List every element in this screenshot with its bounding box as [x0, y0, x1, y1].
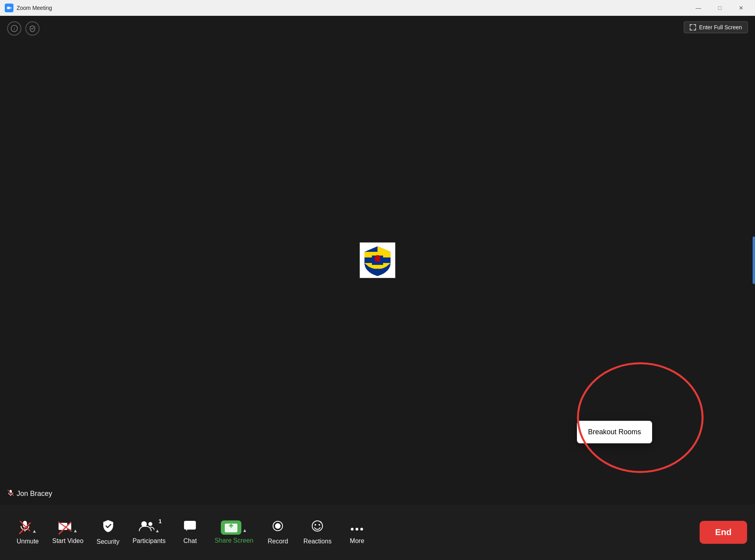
start-video-button[interactable]: ▲ Start Video — [47, 516, 88, 549]
end-button[interactable]: End — [700, 521, 747, 544]
svg-point-30 — [360, 528, 363, 530]
reactions-button[interactable]: + Reactions — [298, 516, 337, 549]
maximize-button[interactable]: □ — [711, 2, 729, 14]
scroll-indicator — [753, 236, 755, 284]
share-screen-button[interactable]: ▲ Share Screen — [210, 516, 258, 548]
video-area: i Enter Full Screen — [0, 16, 755, 505]
zoom-logo — [5, 4, 13, 12]
svg-point-8 — [368, 265, 370, 267]
more-icon — [350, 520, 364, 535]
participants-label: Participants — [133, 537, 166, 545]
svg-point-6 — [368, 253, 370, 255]
breakout-rooms-popup[interactable]: Breakout Rooms — [577, 421, 652, 443]
unmute-label: Unmute — [17, 538, 39, 545]
chat-button[interactable]: Chat — [170, 516, 210, 549]
svg-point-25 — [315, 524, 316, 526]
toolbar-items: ▲ Unmute ▲ Start Video — [8, 515, 700, 549]
mic-icon — [19, 520, 31, 535]
svg-text:i: i — [13, 26, 15, 31]
security-icon — [102, 519, 114, 536]
video-icon — [58, 520, 72, 535]
video-chevron[interactable]: ▲ — [73, 528, 78, 534]
svg-point-29 — [356, 528, 359, 530]
record-button[interactable]: Record — [258, 516, 298, 549]
share-screen-chevron[interactable]: ▲ — [242, 528, 247, 533]
breakout-rooms-label: Breakout Rooms — [588, 428, 641, 436]
svg-point-28 — [351, 528, 354, 530]
fullscreen-label: Enter Full Screen — [699, 24, 742, 30]
participants-chevron[interactable]: ▲ — [155, 528, 160, 534]
close-button[interactable]: ✕ — [732, 2, 750, 14]
svg-rect-20 — [184, 521, 196, 530]
participant-name: Jon Bracey — [17, 490, 52, 498]
annotation-circle — [577, 362, 704, 473]
info-icon[interactable]: i — [7, 21, 21, 36]
svg-text:+: + — [320, 520, 322, 524]
security-button[interactable]: Security — [88, 515, 128, 549]
chat-label: Chat — [184, 537, 197, 545]
shield-icon[interactable] — [25, 21, 40, 36]
share-screen-icon-bg — [221, 520, 241, 535]
svg-point-23 — [275, 523, 281, 529]
chat-icon — [183, 520, 197, 535]
window-title: Zoom Meeting — [17, 5, 52, 11]
unmute-chevron[interactable]: ▲ — [32, 528, 37, 534]
svg-point-19 — [148, 522, 152, 526]
fullscreen-button[interactable]: Enter Full Screen — [684, 21, 748, 33]
start-video-label: Start Video — [52, 537, 83, 545]
reactions-icon: + — [311, 520, 324, 535]
svg-rect-16 — [59, 523, 67, 530]
more-button[interactable]: More — [337, 516, 377, 549]
participants-button[interactable]: 1 ▲ Participants — [128, 516, 171, 549]
svg-point-18 — [141, 521, 147, 527]
svg-point-7 — [385, 253, 387, 255]
reactions-label: Reactions — [304, 538, 332, 545]
participant-name-label: Jon Bracey — [7, 489, 52, 498]
toolbar: ▲ Unmute ▲ Start Video — [0, 505, 755, 560]
top-left-icons: i — [7, 21, 40, 36]
more-label: More — [350, 537, 364, 545]
share-screen-label: Share Screen — [214, 537, 253, 544]
participants-count: 1 — [159, 518, 162, 524]
participants-icon — [138, 520, 154, 535]
participant-avatar — [360, 242, 395, 278]
record-icon — [271, 520, 284, 535]
svg-point-9 — [385, 265, 387, 267]
svg-rect-5 — [376, 255, 379, 258]
unmute-button[interactable]: ▲ Unmute — [8, 516, 47, 549]
muted-mic-icon — [7, 489, 14, 498]
security-label: Security — [97, 538, 120, 545]
title-bar: Zoom Meeting — □ ✕ — [0, 0, 755, 16]
record-label: Record — [268, 538, 288, 545]
minimize-button[interactable]: — — [689, 2, 708, 14]
